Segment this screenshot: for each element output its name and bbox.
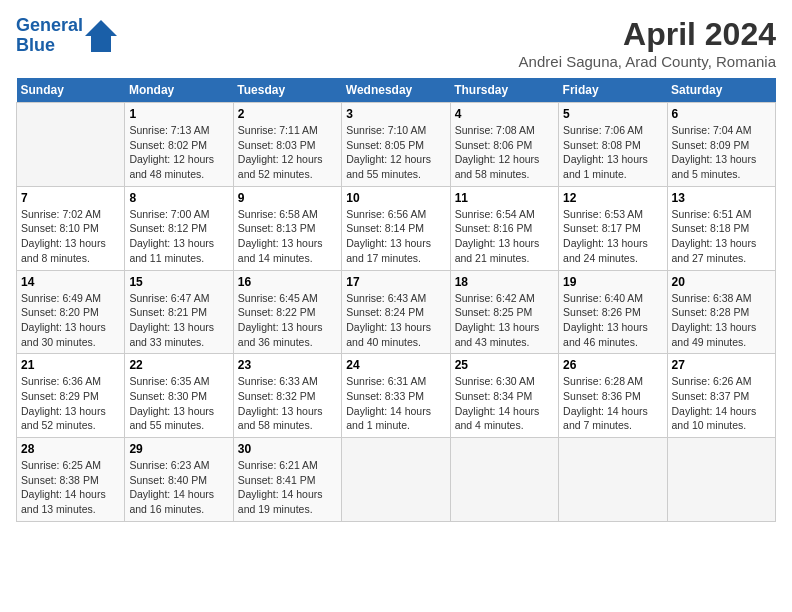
day-number: 28 <box>21 442 120 456</box>
weekday-header-cell: Thursday <box>450 78 558 103</box>
day-number: 14 <box>21 275 120 289</box>
day-info: Sunrise: 6:58 AM Sunset: 8:13 PM Dayligh… <box>238 207 337 266</box>
day-info: Sunrise: 6:53 AM Sunset: 8:17 PM Dayligh… <box>563 207 662 266</box>
calendar-cell: 14Sunrise: 6:49 AM Sunset: 8:20 PM Dayli… <box>17 270 125 354</box>
calendar-cell: 20Sunrise: 6:38 AM Sunset: 8:28 PM Dayli… <box>667 270 775 354</box>
calendar-week-row: 7Sunrise: 7:02 AM Sunset: 8:10 PM Daylig… <box>17 186 776 270</box>
calendar-cell: 16Sunrise: 6:45 AM Sunset: 8:22 PM Dayli… <box>233 270 341 354</box>
day-info: Sunrise: 7:02 AM Sunset: 8:10 PM Dayligh… <box>21 207 120 266</box>
calendar-cell: 13Sunrise: 6:51 AM Sunset: 8:18 PM Dayli… <box>667 186 775 270</box>
day-info: Sunrise: 6:43 AM Sunset: 8:24 PM Dayligh… <box>346 291 445 350</box>
weekday-header-cell: Tuesday <box>233 78 341 103</box>
day-number: 4 <box>455 107 554 121</box>
calendar-cell: 28Sunrise: 6:25 AM Sunset: 8:38 PM Dayli… <box>17 438 125 522</box>
title-block: April 2024 Andrei Saguna, Arad County, R… <box>519 16 776 70</box>
calendar-cell: 10Sunrise: 6:56 AM Sunset: 8:14 PM Dayli… <box>342 186 450 270</box>
calendar-cell: 5Sunrise: 7:06 AM Sunset: 8:08 PM Daylig… <box>559 103 667 187</box>
calendar-cell: 15Sunrise: 6:47 AM Sunset: 8:21 PM Dayli… <box>125 270 233 354</box>
weekday-header-cell: Wednesday <box>342 78 450 103</box>
calendar-cell: 27Sunrise: 6:26 AM Sunset: 8:37 PM Dayli… <box>667 354 775 438</box>
day-info: Sunrise: 6:31 AM Sunset: 8:33 PM Dayligh… <box>346 374 445 433</box>
day-number: 11 <box>455 191 554 205</box>
calendar-cell <box>450 438 558 522</box>
day-info: Sunrise: 7:06 AM Sunset: 8:08 PM Dayligh… <box>563 123 662 182</box>
day-number: 8 <box>129 191 228 205</box>
day-number: 29 <box>129 442 228 456</box>
day-info: Sunrise: 7:13 AM Sunset: 8:02 PM Dayligh… <box>129 123 228 182</box>
day-number: 10 <box>346 191 445 205</box>
calendar-cell: 19Sunrise: 6:40 AM Sunset: 8:26 PM Dayli… <box>559 270 667 354</box>
calendar-cell: 29Sunrise: 6:23 AM Sunset: 8:40 PM Dayli… <box>125 438 233 522</box>
day-number: 20 <box>672 275 771 289</box>
day-number: 30 <box>238 442 337 456</box>
day-info: Sunrise: 7:04 AM Sunset: 8:09 PM Dayligh… <box>672 123 771 182</box>
calendar-cell: 4Sunrise: 7:08 AM Sunset: 8:06 PM Daylig… <box>450 103 558 187</box>
calendar-cell: 12Sunrise: 6:53 AM Sunset: 8:17 PM Dayli… <box>559 186 667 270</box>
day-number: 12 <box>563 191 662 205</box>
day-number: 25 <box>455 358 554 372</box>
day-number: 27 <box>672 358 771 372</box>
weekday-header-row: SundayMondayTuesdayWednesdayThursdayFrid… <box>17 78 776 103</box>
day-number: 13 <box>672 191 771 205</box>
logo: GeneralBlue <box>16 16 119 56</box>
calendar-cell: 18Sunrise: 6:42 AM Sunset: 8:25 PM Dayli… <box>450 270 558 354</box>
day-number: 23 <box>238 358 337 372</box>
calendar-cell <box>667 438 775 522</box>
day-info: Sunrise: 7:08 AM Sunset: 8:06 PM Dayligh… <box>455 123 554 182</box>
day-info: Sunrise: 6:54 AM Sunset: 8:16 PM Dayligh… <box>455 207 554 266</box>
day-info: Sunrise: 7:10 AM Sunset: 8:05 PM Dayligh… <box>346 123 445 182</box>
calendar-cell: 11Sunrise: 6:54 AM Sunset: 8:16 PM Dayli… <box>450 186 558 270</box>
day-number: 5 <box>563 107 662 121</box>
page-header: GeneralBlue April 2024 Andrei Saguna, Ar… <box>16 16 776 70</box>
day-number: 16 <box>238 275 337 289</box>
day-info: Sunrise: 6:36 AM Sunset: 8:29 PM Dayligh… <box>21 374 120 433</box>
logo-text: GeneralBlue <box>16 16 83 56</box>
day-info: Sunrise: 6:45 AM Sunset: 8:22 PM Dayligh… <box>238 291 337 350</box>
day-number: 24 <box>346 358 445 372</box>
day-number: 1 <box>129 107 228 121</box>
weekday-header-cell: Sunday <box>17 78 125 103</box>
day-info: Sunrise: 6:42 AM Sunset: 8:25 PM Dayligh… <box>455 291 554 350</box>
calendar-cell: 22Sunrise: 6:35 AM Sunset: 8:30 PM Dayli… <box>125 354 233 438</box>
day-info: Sunrise: 6:33 AM Sunset: 8:32 PM Dayligh… <box>238 374 337 433</box>
day-info: Sunrise: 6:51 AM Sunset: 8:18 PM Dayligh… <box>672 207 771 266</box>
calendar-week-row: 14Sunrise: 6:49 AM Sunset: 8:20 PM Dayli… <box>17 270 776 354</box>
calendar-cell <box>559 438 667 522</box>
day-info: Sunrise: 6:49 AM Sunset: 8:20 PM Dayligh… <box>21 291 120 350</box>
day-number: 9 <box>238 191 337 205</box>
calendar-body: 1Sunrise: 7:13 AM Sunset: 8:02 PM Daylig… <box>17 103 776 522</box>
calendar-cell: 30Sunrise: 6:21 AM Sunset: 8:41 PM Dayli… <box>233 438 341 522</box>
day-info: Sunrise: 7:00 AM Sunset: 8:12 PM Dayligh… <box>129 207 228 266</box>
day-info: Sunrise: 6:56 AM Sunset: 8:14 PM Dayligh… <box>346 207 445 266</box>
day-info: Sunrise: 6:23 AM Sunset: 8:40 PM Dayligh… <box>129 458 228 517</box>
day-number: 19 <box>563 275 662 289</box>
calendar-subtitle: Andrei Saguna, Arad County, Romania <box>519 53 776 70</box>
calendar-cell: 3Sunrise: 7:10 AM Sunset: 8:05 PM Daylig… <box>342 103 450 187</box>
calendar-week-row: 1Sunrise: 7:13 AM Sunset: 8:02 PM Daylig… <box>17 103 776 187</box>
weekday-header-cell: Friday <box>559 78 667 103</box>
day-info: Sunrise: 6:30 AM Sunset: 8:34 PM Dayligh… <box>455 374 554 433</box>
day-number: 7 <box>21 191 120 205</box>
day-info: Sunrise: 6:38 AM Sunset: 8:28 PM Dayligh… <box>672 291 771 350</box>
day-number: 6 <box>672 107 771 121</box>
day-number: 21 <box>21 358 120 372</box>
day-number: 22 <box>129 358 228 372</box>
day-number: 18 <box>455 275 554 289</box>
day-info: Sunrise: 6:21 AM Sunset: 8:41 PM Dayligh… <box>238 458 337 517</box>
weekday-header-cell: Monday <box>125 78 233 103</box>
calendar-week-row: 21Sunrise: 6:36 AM Sunset: 8:29 PM Dayli… <box>17 354 776 438</box>
calendar-cell: 6Sunrise: 7:04 AM Sunset: 8:09 PM Daylig… <box>667 103 775 187</box>
calendar-week-row: 28Sunrise: 6:25 AM Sunset: 8:38 PM Dayli… <box>17 438 776 522</box>
day-info: Sunrise: 6:35 AM Sunset: 8:30 PM Dayligh… <box>129 374 228 433</box>
calendar-cell <box>342 438 450 522</box>
calendar-cell: 21Sunrise: 6:36 AM Sunset: 8:29 PM Dayli… <box>17 354 125 438</box>
calendar-cell: 7Sunrise: 7:02 AM Sunset: 8:10 PM Daylig… <box>17 186 125 270</box>
calendar-cell: 9Sunrise: 6:58 AM Sunset: 8:13 PM Daylig… <box>233 186 341 270</box>
calendar-cell <box>17 103 125 187</box>
day-number: 17 <box>346 275 445 289</box>
day-number: 15 <box>129 275 228 289</box>
calendar-cell: 25Sunrise: 6:30 AM Sunset: 8:34 PM Dayli… <box>450 354 558 438</box>
day-info: Sunrise: 6:28 AM Sunset: 8:36 PM Dayligh… <box>563 374 662 433</box>
calendar-title: April 2024 <box>519 16 776 53</box>
day-info: Sunrise: 6:26 AM Sunset: 8:37 PM Dayligh… <box>672 374 771 433</box>
